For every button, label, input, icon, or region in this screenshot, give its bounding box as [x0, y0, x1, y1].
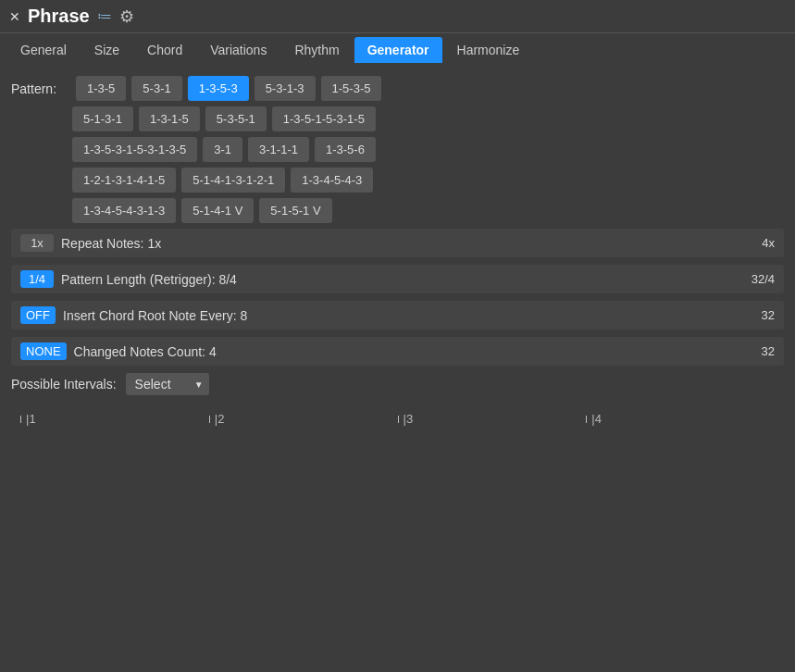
list-icon[interactable]: ≔: [97, 7, 112, 25]
gear-icon[interactable]: ⚙: [119, 6, 134, 27]
ruler-tick-4: |4: [586, 412, 775, 426]
insert-chord-badge[interactable]: OFF: [20, 306, 56, 324]
window-title: Phrase: [28, 6, 90, 27]
tab-chord[interactable]: Chord: [134, 37, 195, 63]
ruler-line-2: [209, 416, 210, 423]
pattern-length-label: Pattern Length (Retrigger): 8/4: [61, 272, 744, 287]
pattern-btn-1-3-4-5-4-3[interactable]: 1-3-4-5-4-3: [291, 168, 373, 193]
pattern-label: Pattern:: [11, 81, 67, 96]
pattern-btn-long1[interactable]: 1-3-5-3-1-5-3-1-3-5: [72, 137, 197, 162]
insert-chord-end: 32: [762, 308, 775, 322]
pattern-btn-5-1-4-1-3-1-2-1[interactable]: 5-1-4-1-3-1-2-1: [181, 168, 285, 193]
possible-intervals-select[interactable]: Select All Major Minor Custom: [126, 373, 209, 395]
content-area: Pattern: 1-3-5 5-3-1 1-3-5-3 5-3-1-3 1-5…: [0, 63, 795, 672]
pattern-btn-1-3-5-1-5-3-1-5[interactable]: 1-3-5-1-5-3-1-5: [272, 106, 376, 131]
pattern-row-5: 1-3-4-5-4-3-1-3 5-1-4-1 V 5-1-5-1 V: [72, 198, 784, 223]
ruler-label-1: |1: [26, 412, 36, 426]
possible-intervals-row: Possible Intervals: Select All Major Min…: [11, 373, 784, 395]
tab-generator[interactable]: Generator: [354, 37, 442, 63]
tab-size[interactable]: Size: [81, 37, 132, 63]
changed-notes-label: Changed Notes Count: 4: [74, 344, 754, 359]
pattern-row-1: Pattern: 1-3-5 5-3-1 1-3-5-3 5-3-1-3 1-5…: [11, 76, 784, 101]
ruler-tick-3: |3: [398, 412, 587, 426]
pattern-length-badge[interactable]: 1/4: [20, 270, 54, 288]
insert-chord-row: OFF Insert Chord Root Note Every: 8 32: [11, 301, 784, 330]
pattern-length-row: 1/4 Pattern Length (Retrigger): 8/4 32/4: [11, 265, 784, 293]
pattern-btn-5-3-1-3[interactable]: 5-3-1-3: [255, 76, 316, 101]
pattern-btn-5-1-4-1-v[interactable]: 5-1-4-1 V: [181, 198, 254, 223]
pattern-btn-1-3-1-5[interactable]: 1-3-1-5: [139, 106, 200, 131]
pattern-row-2: 5-1-3-1 1-3-1-5 5-3-5-1 1-3-5-1-5-3-1-5: [72, 106, 784, 131]
tab-harmonize[interactable]: Harmonize: [444, 37, 533, 63]
insert-chord-label: Insert Chord Root Note Every: 8: [63, 308, 754, 323]
title-bar: ✕ Phrase ≔ ⚙: [0, 0, 795, 33]
ruler-line-3: [398, 416, 399, 423]
pattern-btn-1-2-1-3-1-4-1-5[interactable]: 1-2-1-3-1-4-1-5: [72, 168, 176, 193]
pattern-btn-5-1-5-1-v[interactable]: 5-1-5-1 V: [259, 198, 331, 223]
repeat-notes-row: 1x Repeat Notes: 1x 4x: [11, 229, 784, 257]
pattern-btn-1-3-5-3[interactable]: 1-3-5-3: [188, 76, 249, 101]
pattern-row-4: 1-2-1-3-1-4-1-5 5-1-4-1-3-1-2-1 1-3-4-5-…: [72, 168, 784, 193]
repeat-notes-badge[interactable]: 1x: [20, 234, 54, 252]
ruler-line-4: [586, 416, 587, 423]
pattern-btn-1-3-5-6[interactable]: 1-3-5-6: [315, 137, 376, 162]
tab-rhythm[interactable]: Rhythm: [281, 37, 352, 63]
changed-notes-badge[interactable]: NONE: [20, 342, 67, 360]
repeat-notes-label: Repeat Notes: 1x: [61, 236, 754, 251]
repeat-notes-end: 4x: [762, 236, 775, 250]
ruler-tick-1: |1: [20, 412, 209, 426]
pattern-btn-3-1[interactable]: 3-1: [203, 137, 242, 162]
pattern-btn-1-5-3-5[interactable]: 1-5-3-5: [321, 76, 382, 101]
pattern-btn-5-1-3-1[interactable]: 5-1-3-1: [72, 106, 133, 131]
tab-bar: General Size Chord Variations Rhythm Gen…: [0, 33, 795, 63]
pattern-row-3: 1-3-5-3-1-5-3-1-3-5 3-1 3-1-1-1 1-3-5-6: [72, 137, 784, 162]
window: ✕ Phrase ≔ ⚙ General Size Chord Variatio…: [0, 0, 795, 672]
changed-notes-row: NONE Changed Notes Count: 4 32: [11, 337, 784, 366]
pattern-btn-1-3-5[interactable]: 1-3-5: [76, 76, 126, 101]
possible-intervals-label: Possible Intervals:: [11, 377, 117, 392]
ruler-line-1: [20, 416, 21, 423]
pattern-btn-5-3-5-1[interactable]: 5-3-5-1: [205, 106, 267, 131]
pattern-btn-3-1-1-1[interactable]: 3-1-1-1: [248, 137, 309, 162]
ruler-label-3: |3: [404, 412, 414, 426]
possible-intervals-select-wrapper: Select All Major Minor Custom ▼: [126, 373, 209, 395]
ruler-label-2: |2: [215, 412, 225, 426]
ruler: |1 |2 |3 |4: [11, 404, 784, 426]
pattern-length-end: 32/4: [752, 272, 775, 286]
ruler-label-4: |4: [591, 412, 602, 426]
pattern-btn-5-3-1[interactable]: 5-3-1: [131, 76, 181, 101]
close-button[interactable]: ✕: [9, 9, 20, 24]
pattern-btn-1-3-4-5-4-3-1-3[interactable]: 1-3-4-5-4-3-1-3: [72, 198, 176, 223]
ruler-tick-2: |2: [209, 412, 398, 426]
tab-general[interactable]: General: [7, 37, 80, 63]
tab-variations[interactable]: Variations: [197, 37, 279, 63]
changed-notes-end: 32: [762, 344, 775, 358]
